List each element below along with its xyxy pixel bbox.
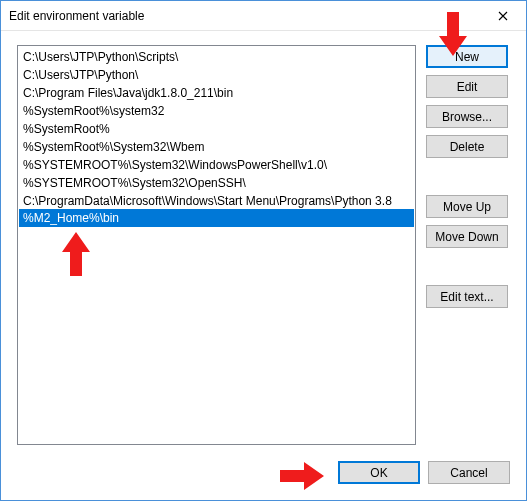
dialog-window: Edit environment variable C:\Users\JTP\P… [0,0,527,501]
window-title: Edit environment variable [9,9,480,23]
side-buttons: New Edit Browse... Delete Move Up Move D… [426,45,510,447]
spacer [426,165,510,195]
list-item[interactable]: C:\ProgramData\Microsoft\Windows\Start M… [19,191,414,209]
close-icon [498,11,508,21]
path-listbox[interactable]: C:\Users\JTP\Python\Scripts\ C:\Users\JT… [17,45,416,445]
edit-button[interactable]: Edit [426,75,508,98]
list-item[interactable]: C:\Users\JTP\Python\Scripts\ [19,47,414,65]
move-down-button[interactable]: Move Down [426,225,508,248]
list-item[interactable]: %SystemRoot% [19,119,414,137]
list-item-editing[interactable] [19,209,414,227]
browse-button[interactable]: Browse... [426,105,508,128]
list-item[interactable]: %SystemRoot%\System32\Wbem [19,137,414,155]
dialog-body: C:\Users\JTP\Python\Scripts\ C:\Users\JT… [1,31,526,500]
close-button[interactable] [480,1,526,30]
edit-text-button[interactable]: Edit text... [426,285,508,308]
footer-buttons: OK Cancel [17,447,510,484]
edit-input[interactable] [19,209,414,227]
list-item[interactable]: %SYSTEMROOT%\System32\WindowsPowerShell\… [19,155,414,173]
list-item[interactable]: C:\Program Files\Java\jdk1.8.0_211\bin [19,83,414,101]
content-row: C:\Users\JTP\Python\Scripts\ C:\Users\JT… [17,45,510,447]
cancel-button[interactable]: Cancel [428,461,510,484]
titlebar: Edit environment variable [1,1,526,31]
list-item[interactable]: %SYSTEMROOT%\System32\OpenSSH\ [19,173,414,191]
spacer [426,255,510,285]
move-up-button[interactable]: Move Up [426,195,508,218]
new-button[interactable]: New [426,45,508,68]
list-item[interactable]: C:\Users\JTP\Python\ [19,65,414,83]
delete-button[interactable]: Delete [426,135,508,158]
ok-button[interactable]: OK [338,461,420,484]
list-item[interactable]: %SystemRoot%\system32 [19,101,414,119]
